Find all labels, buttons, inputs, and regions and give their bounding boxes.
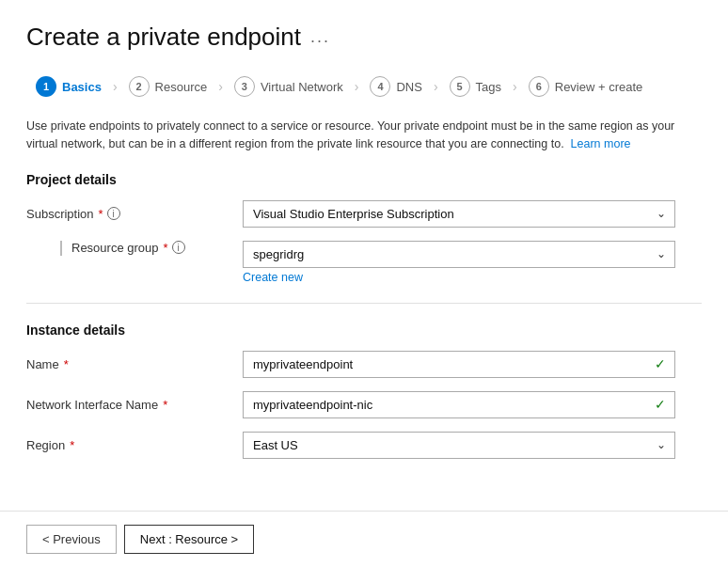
section-divider [26, 303, 702, 304]
nic-name-input-wrapper: ✓ [243, 391, 675, 418]
subscription-control: Visual Studio Enterprise Subscription ⌄ [243, 200, 675, 228]
previous-button[interactable]: < Previous [26, 525, 117, 554]
name-check-icon: ✓ [655, 356, 666, 371]
resource-group-label-container: Resource group * i [71, 241, 185, 255]
region-required: * [70, 438, 74, 452]
nic-name-row: Network Interface Name * ✓ [26, 391, 702, 418]
step-sep-4: › [432, 79, 440, 94]
nic-name-required: * [163, 398, 167, 412]
step-label-virtual-network: Virtual Network [261, 80, 343, 94]
main-content: Create a private endpoint ... 1 Basics ›… [0, 0, 728, 511]
step-review-create[interactable]: 6 Review + create [519, 71, 653, 102]
step-sep-5: › [511, 79, 519, 94]
step-dns[interactable]: 4 DNS [360, 71, 431, 102]
nic-name-label: Network Interface Name [26, 398, 158, 412]
step-label-resource: Resource [155, 80, 208, 94]
indent-line [60, 241, 62, 256]
step-resource[interactable]: 2 Resource [119, 71, 217, 102]
footer: < Previous Next : Resource > [0, 511, 728, 567]
page-container: Create a private endpoint ... 1 Basics ›… [0, 0, 728, 567]
region-select[interactable]: East US [243, 432, 675, 459]
subscription-label: Subscription [26, 207, 94, 221]
nic-name-input[interactable] [243, 391, 675, 418]
step-tags[interactable]: 5 Tags [440, 71, 511, 102]
project-details-title: Project details [26, 172, 702, 187]
nic-name-check-icon: ✓ [655, 397, 666, 412]
step-sep-3: › [353, 79, 361, 94]
subscription-select-wrapper: Visual Studio Enterprise Subscription ⌄ [243, 200, 675, 228]
create-new-link[interactable]: Create new [243, 271, 303, 284]
region-label: Region [26, 438, 65, 452]
nic-name-label-container: Network Interface Name * [26, 398, 243, 412]
learn-more-link[interactable]: Learn more [571, 137, 631, 150]
resource-group-label: Resource group [71, 241, 159, 255]
step-circle-4: 4 [370, 76, 390, 97]
step-basics[interactable]: 1 Basics [26, 71, 111, 102]
page-title: Create a private endpoint [26, 23, 301, 52]
name-control: ✓ [243, 351, 675, 378]
resource-group-select-wrapper: spegridrg ⌄ [243, 241, 675, 268]
resource-group-info-icon[interactable]: i [172, 241, 185, 254]
name-row: Name * ✓ [26, 351, 702, 378]
nic-name-control: ✓ [243, 391, 675, 418]
name-label-container: Name * [26, 357, 243, 371]
step-circle-5: 5 [450, 76, 470, 97]
wizard-steps: 1 Basics › 2 Resource › 3 Virtual Networ… [26, 71, 702, 102]
resource-group-select[interactable]: spegridrg [243, 241, 675, 268]
step-circle-1: 1 [36, 76, 56, 97]
subscription-select[interactable]: Visual Studio Enterprise Subscription [243, 200, 675, 228]
page-title-container: Create a private endpoint ... [26, 23, 702, 52]
step-circle-2: 2 [129, 76, 150, 97]
title-dots: ... [310, 27, 330, 47]
name-input[interactable] [243, 351, 675, 378]
step-circle-6: 6 [529, 76, 549, 97]
region-control: East US ⌄ [243, 432, 675, 459]
instance-details-section: Instance details Name * ✓ Network Interf… [26, 323, 702, 459]
name-input-wrapper: ✓ [243, 351, 675, 378]
resource-group-required: * [164, 241, 168, 255]
project-details-section: Project details Subscription * i Visual … [26, 172, 702, 284]
step-sep-2: › [216, 79, 225, 94]
name-label: Name [26, 357, 59, 371]
subscription-row: Subscription * i Visual Studio Enterpris… [26, 200, 702, 228]
step-virtual-network[interactable]: 3 Virtual Network [225, 71, 353, 102]
subscription-label-container: Subscription * i [26, 207, 243, 221]
region-label-container: Region * [26, 438, 243, 452]
resource-group-control: spegridrg ⌄ Create new [243, 241, 675, 284]
step-sep-1: › [111, 79, 119, 94]
step-label-dns: DNS [396, 80, 421, 94]
step-label-basics: Basics [62, 80, 102, 94]
region-row: Region * East US ⌄ [26, 432, 702, 459]
description: Use private endpoints to privately conne… [26, 118, 702, 153]
step-label-review-create: Review + create [555, 80, 643, 94]
subscription-info-icon[interactable]: i [107, 207, 120, 220]
subscription-required: * [99, 207, 103, 221]
resource-group-wrapper: Resource group * i spegridrg ⌄ Create ne… [26, 241, 702, 284]
step-label-tags: Tags [476, 80, 501, 94]
name-required: * [64, 357, 69, 371]
next-button[interactable]: Next : Resource > [124, 525, 254, 554]
resource-group-label-area: Resource group * i [26, 241, 243, 256]
region-select-wrapper: East US ⌄ [243, 432, 675, 459]
step-circle-3: 3 [234, 76, 255, 97]
instance-details-title: Instance details [26, 323, 702, 338]
